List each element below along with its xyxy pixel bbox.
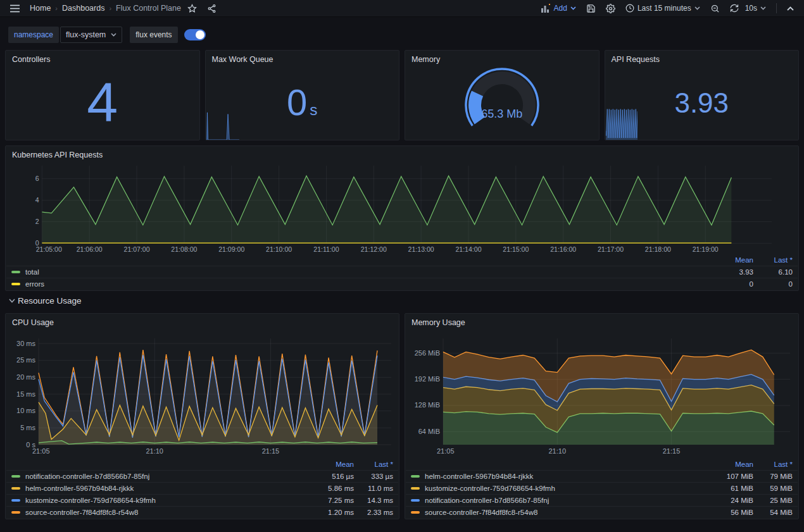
series-label[interactable]: notification-controller-b7d8566b7-85fnj xyxy=(425,497,714,504)
gear-icon xyxy=(606,4,615,13)
legend-column-header[interactable]: Last * xyxy=(354,461,393,468)
series-label[interactable]: notification-controller-b7d8566b7-85fnj xyxy=(25,473,315,480)
series-value: 59 MiB xyxy=(753,485,793,492)
series-label[interactable]: source-controller-7f84df8fc8-r54w8 xyxy=(25,509,315,516)
series-value: 0 xyxy=(753,280,793,288)
legend-row[interactable]: helm-controller-5967b94b84-rjkkk107 MiB7… xyxy=(406,470,798,482)
chevron-up-icon xyxy=(787,6,794,11)
svg-text:21:07:00: 21:07:00 xyxy=(124,245,150,253)
series-color-swatch xyxy=(411,475,420,478)
save-dashboard-button[interactable] xyxy=(582,2,600,15)
svg-text:21:18:00: 21:18:00 xyxy=(645,245,671,253)
series-value: 25 MiB xyxy=(753,497,793,504)
svg-text:2: 2 xyxy=(35,218,39,225)
namespace-variable-select[interactable]: flux-system xyxy=(60,27,122,43)
refresh-interval-dropdown[interactable]: 10s xyxy=(745,2,770,15)
svg-text:20 ms: 20 ms xyxy=(16,373,35,381)
dashboard-controls: namespace flux-system flux events xyxy=(0,17,804,50)
series-value: 79 MiB xyxy=(753,473,793,480)
legend-table: MeanLast *total3.936.10errors00 xyxy=(6,254,798,290)
time-range-picker[interactable]: Last 15 minutes xyxy=(622,2,704,15)
series-value: 516 µs xyxy=(315,473,354,480)
flux-events-toggle[interactable] xyxy=(184,29,206,40)
svg-text:64 MiB: 64 MiB xyxy=(418,428,440,435)
breadcrumb-dashboards[interactable]: Dashboards xyxy=(62,4,104,13)
panel-title[interactable]: Controllers xyxy=(6,51,199,65)
section-title: Resource Usage xyxy=(18,296,82,306)
menu-button[interactable] xyxy=(6,3,23,15)
controllers-value: 4 xyxy=(87,75,118,130)
star-icon xyxy=(187,4,197,13)
favorite-star-button[interactable] xyxy=(184,2,201,15)
svg-text:21:05:00: 21:05:00 xyxy=(36,245,62,253)
navbar-divider xyxy=(776,3,777,13)
collapse-toolbar-button[interactable] xyxy=(783,4,798,13)
namespace-variable: namespace flux-system xyxy=(8,27,122,43)
hamburger-icon xyxy=(10,4,20,13)
svg-text:15 ms: 15 ms xyxy=(16,390,35,398)
series-label[interactable]: helm-controller-5967b94b84-rjkkk xyxy=(425,473,714,480)
legend-row[interactable]: notification-controller-b7d8566b7-85fnj2… xyxy=(406,494,798,506)
share-icon xyxy=(207,4,217,13)
svg-text:4: 4 xyxy=(35,196,39,204)
svg-text:30 ms: 30 ms xyxy=(16,340,35,347)
chevron-down-icon xyxy=(570,6,576,10)
svg-text:21:05: 21:05 xyxy=(32,447,50,455)
panel-title[interactable]: Memory xyxy=(405,51,599,65)
legend-row[interactable]: source-controller-7f84df8fc8-r54w856 MiB… xyxy=(406,506,798,518)
zoom-out-icon xyxy=(710,4,720,13)
panel-title[interactable]: Memory Usage xyxy=(405,314,798,328)
series-label[interactable]: source-controller-7f84df8fc8-r54w8 xyxy=(425,509,714,516)
legend-column-header[interactable]: Mean xyxy=(714,256,753,264)
series-label[interactable]: helm-controller-5967b94b84-rjkkk xyxy=(25,485,315,492)
svg-text:21:19:00: 21:19:00 xyxy=(693,245,719,253)
series-value: 14.3 ms xyxy=(354,497,393,504)
legend-table: MeanLast *helm-controller-5967b94b84-rjk… xyxy=(406,459,798,518)
panel-title[interactable]: Max Work Queue xyxy=(206,51,399,65)
legend-column-header[interactable]: Mean xyxy=(714,461,753,468)
legend-row[interactable]: kustomize-controller-759d768654-k9fmh61 … xyxy=(406,482,798,494)
toggle-knob xyxy=(196,30,204,39)
refresh-interval-label: 10s xyxy=(745,4,757,13)
legend-column-header[interactable]: Mean xyxy=(315,461,354,468)
panel-cpu-usage: CPU Usage 0 s5 ms10 ms15 ms20 ms25 ms30 … xyxy=(5,313,399,519)
series-value: 5.86 ms xyxy=(315,485,354,492)
series-label[interactable]: kustomize-controller-759d768654-k9fmh xyxy=(25,497,315,504)
legend-row[interactable]: total3.936.10 xyxy=(6,266,798,278)
series-label[interactable]: total xyxy=(25,268,714,276)
legend-row[interactable]: source-controller-7f84df8fc8-r54w81.20 m… xyxy=(6,506,398,518)
add-panel-button[interactable]: Add xyxy=(537,2,580,15)
legend-row[interactable]: notification-controller-b7d8566b7-85fnj5… xyxy=(6,470,398,482)
series-label[interactable]: kustomize-controller-759d768654-k9fmh xyxy=(425,485,714,492)
max-work-queue-value: 0s xyxy=(287,84,317,121)
gauge-arc xyxy=(452,67,552,138)
dashboard-settings-button[interactable] xyxy=(602,2,619,15)
share-button[interactable] xyxy=(203,2,220,15)
series-color-swatch xyxy=(11,511,20,514)
series-value: 2.33 ms xyxy=(354,509,393,516)
legend-column-header[interactable]: Last * xyxy=(753,461,793,468)
svg-text:21:06:00: 21:06:00 xyxy=(77,245,103,253)
panel-memory-gauge: Memory 65.3 Mb xyxy=(405,50,600,140)
cpu-usage-chart: 0 s5 ms10 ms15 ms20 ms25 ms30 ms21:0521:… xyxy=(11,330,395,459)
stat-body: 0s xyxy=(206,65,399,140)
section-resource-usage[interactable]: Resource Usage xyxy=(9,296,799,306)
panel-title[interactable]: API Requests xyxy=(605,51,799,65)
svg-text:21:15:00: 21:15:00 xyxy=(503,245,529,253)
zoom-out-time-button[interactable] xyxy=(707,2,724,15)
legend-row[interactable]: kustomize-controller-759d768654-k9fmh7.2… xyxy=(6,494,398,506)
legend-column-header[interactable]: Last * xyxy=(753,256,793,264)
legend-header: MeanLast * xyxy=(406,459,798,470)
breadcrumb-home[interactable]: Home xyxy=(30,4,51,13)
panel-title[interactable]: Kubernetes API Requests xyxy=(6,146,798,161)
series-color-swatch xyxy=(11,271,20,273)
resource-usage-row: CPU Usage 0 s5 ms10 ms15 ms20 ms25 ms30 … xyxy=(5,313,799,519)
breadcrumb-separator: › xyxy=(109,4,111,12)
legend-row[interactable]: helm-controller-5967b94b84-rjkkk5.86 ms1… xyxy=(6,482,398,494)
panel-title[interactable]: CPU Usage xyxy=(6,314,399,328)
legend-row[interactable]: errors00 xyxy=(6,278,798,290)
series-label[interactable]: errors xyxy=(25,280,714,288)
chevron-down-icon xyxy=(111,33,116,37)
svg-text:128 MiB: 128 MiB xyxy=(415,401,440,409)
refresh-button[interactable] xyxy=(726,2,743,15)
